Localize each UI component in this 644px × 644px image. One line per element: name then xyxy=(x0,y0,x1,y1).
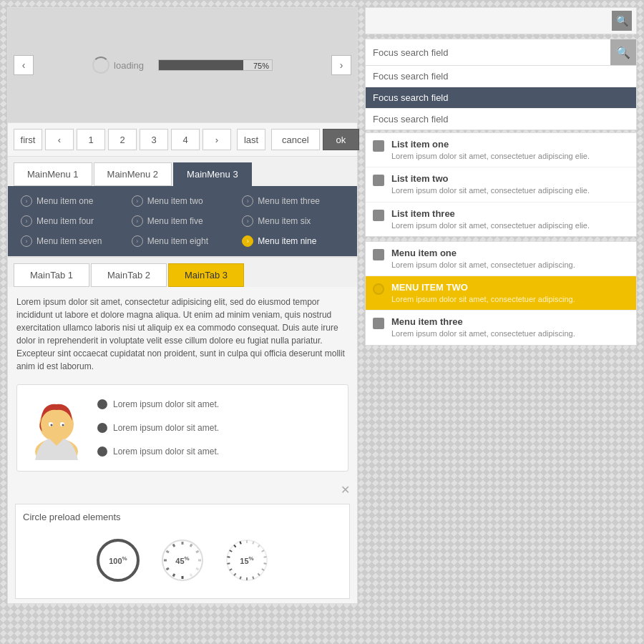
progress-label: 75% xyxy=(253,60,269,72)
arrow-circle-5: › xyxy=(132,215,143,227)
page-1-btn[interactable]: 1 xyxy=(77,129,105,150)
svg-line-34 xyxy=(230,569,232,570)
search-bar-top: 🔍 xyxy=(365,7,637,34)
close-btn[interactable]: ✕ xyxy=(8,480,357,499)
dark-menu-item-8[interactable]: › Menu item eight xyxy=(127,233,238,249)
radio-dot-2 xyxy=(97,423,107,433)
list-item-desc-2: Lorem ipsum dolor sit amet, consectetuer… xyxy=(391,185,629,195)
main-menu-row: MainMenu 1 MainMenu 2 MainMenu 3 xyxy=(8,157,357,186)
search-btn-top[interactable]: 🔍 xyxy=(612,11,632,31)
left-panel: ‹ loading 75% › first ‹ 1 2 3 4 › last c… xyxy=(7,7,358,604)
svg-point-4 xyxy=(51,424,53,426)
dark-menu-item-4[interactable]: › Menu item four xyxy=(16,213,127,229)
list-item-row-1[interactable]: List item one Lorem ipsum dolor sit amet… xyxy=(366,133,636,167)
radio-item-3[interactable]: Lorem ipsum dolor sit amet. xyxy=(97,447,341,457)
svg-line-32 xyxy=(240,577,240,580)
list-item-desc-3: Lorem ipsum dolor sit amet, consectetuer… xyxy=(391,220,629,230)
radio-list: Lorem ipsum dolor sit amet. Lorem ipsum … xyxy=(97,392,341,464)
svg-line-37 xyxy=(230,550,232,552)
svg-line-39 xyxy=(240,542,240,545)
dark-menu-item-1[interactable]: › Menu item one xyxy=(16,193,127,209)
bottom-list-item-3[interactable]: Menu item three Lorem ipsum dolor sit am… xyxy=(366,311,636,344)
maintab-3[interactable]: MainTab 3 xyxy=(168,263,244,287)
dark-menu-item-7[interactable]: › Menu item seven xyxy=(16,233,127,249)
svg-line-36 xyxy=(227,557,230,557)
radio-sq-3 xyxy=(373,210,384,221)
arrow-circle-7: › xyxy=(21,235,32,247)
page-4-btn[interactable]: 4 xyxy=(171,129,200,150)
cancel-btn[interactable]: cancel xyxy=(271,129,320,150)
dark-menu-item-3[interactable]: › Menu item three xyxy=(238,193,348,209)
arrow-circle-6: › xyxy=(242,215,253,227)
radio-sq-bottom-3 xyxy=(373,318,384,329)
right-panel: 🔍 🔍 Focus search field Focus search fiel… xyxy=(365,7,637,346)
maintab-row: MainTab 1 MainTab 2 MainTab 3 xyxy=(8,256,357,287)
radio-sq-bottom-2 xyxy=(373,283,384,295)
dark-menu-item-2[interactable]: › Menu item two xyxy=(127,193,238,209)
preload-circles: 100% xyxy=(23,530,342,591)
carousel-prev-arrow[interactable]: ‹ xyxy=(14,55,34,75)
search-input-top[interactable] xyxy=(370,16,609,26)
bottom-list-item-2[interactable]: MENU ITEM TWO Lorem ipsum dolor sit amet… xyxy=(366,276,636,311)
radio-sq-1 xyxy=(373,140,384,152)
svg-line-27 xyxy=(264,563,267,564)
list-item-title-1: List item one xyxy=(391,139,629,150)
main-menu-1[interactable]: MainMenu 1 xyxy=(14,162,92,186)
radio-item-1[interactable]: Lorem ipsum dolor sit amet. xyxy=(97,399,341,409)
preload-section: Circle preload elements 100% xyxy=(15,504,350,599)
search-dropdown-btn[interactable]: 🔍 xyxy=(610,39,636,65)
top-list-section: List item one Lorem ipsum dolor sit amet… xyxy=(365,132,637,237)
carousel-next-arrow[interactable]: › xyxy=(331,55,351,75)
page-first-btn[interactable]: first xyxy=(14,129,42,150)
dropdown-item-1[interactable]: Focus search field xyxy=(366,66,636,87)
bottom-list-desc-3: Lorem ipsum dolor sit amet, consectetuer… xyxy=(391,328,629,338)
svg-line-19 xyxy=(166,551,168,552)
arrow-circle-4: › xyxy=(21,215,32,227)
ok-btn[interactable]: ok xyxy=(323,129,360,150)
svg-line-11 xyxy=(196,551,198,552)
dropdown-item-3[interactable]: Focus search field xyxy=(366,109,636,130)
main-menu-2[interactable]: MainMenu 2 xyxy=(94,162,172,186)
bottom-list-desc-2: Lorem ipsum dolor sit amet, consectetuer… xyxy=(391,294,629,304)
dark-menu-item-9[interactable]: › Menu item nine xyxy=(238,233,348,249)
content-area: Lorem ipsum dolor sit amet, consectetur … xyxy=(8,287,357,379)
svg-line-33 xyxy=(234,573,236,575)
page-2-btn[interactable]: 2 xyxy=(108,129,137,150)
list-item-title-2: List item two xyxy=(391,173,629,184)
list-item-row-2[interactable]: List item two Lorem ipsum dolor sit amet… xyxy=(366,167,636,202)
arrow-circle-2: › xyxy=(132,195,143,207)
user-card: Lorem ipsum dolor sit amet. Lorem ipsum … xyxy=(16,384,348,472)
maintab-2[interactable]: MainTab 2 xyxy=(91,263,167,287)
page-last-btn[interactable]: last xyxy=(237,129,265,150)
bottom-list-desc-1: Lorem ipsum dolor sit amet, consectetuer… xyxy=(391,260,629,270)
dropdown-item-2[interactable]: Focus search field xyxy=(366,87,636,109)
progress-bar: 75% xyxy=(158,59,273,71)
search-dropdown-wrapper: 🔍 Focus search field Focus search field … xyxy=(365,39,637,66)
svg-line-28 xyxy=(262,569,264,570)
bottom-list-section: Menu item one Lorem ipsum dolor sit amet… xyxy=(365,241,637,346)
page-next-btn[interactable]: › xyxy=(203,129,231,150)
bottom-list-title-1: Menu item one xyxy=(391,248,629,258)
list-item-title-3: List item three xyxy=(391,208,629,219)
svg-line-24 xyxy=(258,545,260,547)
page-prev-btn[interactable]: ‹ xyxy=(45,129,74,150)
loading-label: loading xyxy=(114,60,144,71)
svg-line-20 xyxy=(173,544,175,546)
main-menu-3[interactable]: MainMenu 3 xyxy=(173,162,252,186)
search-dropdown-input[interactable] xyxy=(366,42,610,64)
svg-line-13 xyxy=(196,568,198,570)
maintab-1[interactable]: MainTab 1 xyxy=(14,263,89,287)
radio-sq-bottom-1 xyxy=(373,249,384,260)
progress-fill xyxy=(159,60,244,70)
list-item-row-3[interactable]: List item three Lorem ipsum dolor sit am… xyxy=(366,203,636,236)
page-3-btn[interactable]: 3 xyxy=(140,129,168,150)
radio-item-2[interactable]: Lorem ipsum dolor sit amet. xyxy=(97,423,341,433)
carousel-content: loading 75% xyxy=(92,57,273,74)
dark-menu-item-5[interactable]: › Menu item five xyxy=(127,213,238,229)
bottom-list-item-1[interactable]: Menu item one Lorem ipsum dolor sit amet… xyxy=(366,242,636,276)
arrow-circle-8: › xyxy=(132,235,143,247)
svg-point-5 xyxy=(62,424,64,426)
radio-dot-3 xyxy=(97,447,107,457)
dark-menu-item-6[interactable]: › Menu item six xyxy=(238,213,348,229)
lorem-text: Lorem ipsum dolor sit amet, consectetur … xyxy=(16,296,348,373)
